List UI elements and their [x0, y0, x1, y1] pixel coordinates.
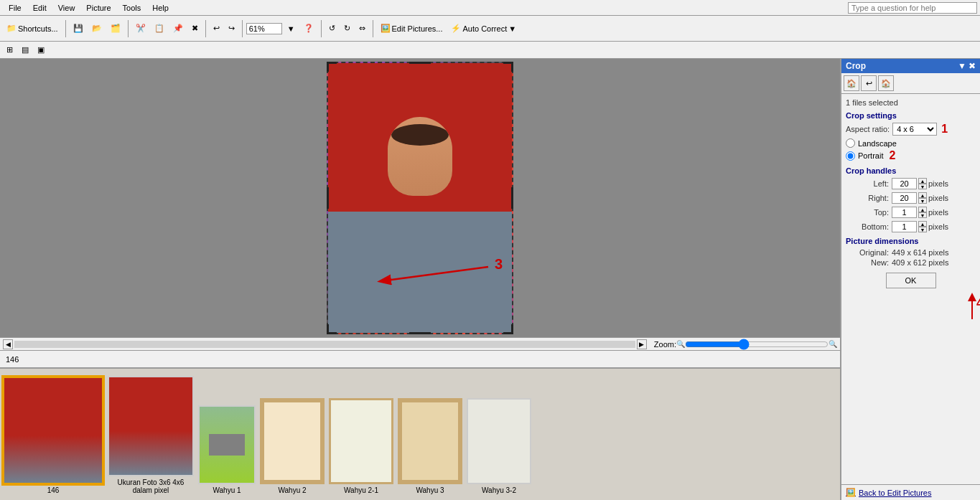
- redo-button[interactable]: ↪: [225, 22, 238, 35]
- portrait-radio[interactable]: [846, 151, 855, 161]
- edit-pictures-label: Edit Pictures...: [392, 24, 443, 33]
- back-to-edit-link[interactable]: 🖼️ Back to Edit Pictures: [841, 485, 980, 500]
- right-panel: Crop ▼ ✖ 🏠 ↩ 🏠 1 files selected Crop set…: [840, 59, 980, 500]
- single-view-button[interactable]: ▣: [34, 43, 48, 57]
- cut-button[interactable]: ✂️: [132, 22, 149, 35]
- portrait-option[interactable]: Portrait 2: [846, 149, 976, 162]
- browse-button[interactable]: 📂: [88, 22, 106, 35]
- aspect-ratio-label: Aspect ratio:: [846, 125, 890, 133]
- zoom-in-button[interactable]: 🔍: [829, 340, 837, 348]
- list-item[interactable]: Wahyu 2-1: [329, 398, 393, 494]
- list-item[interactable]: Wahyu 1: [198, 405, 256, 494]
- left-spin-down[interactable]: ▼: [918, 184, 927, 189]
- edit-pictures-button[interactable]: 🖼️ Edit Pictures...: [377, 22, 447, 35]
- original-label: Original:: [846, 248, 889, 257]
- menu-view[interactable]: View: [52, 2, 81, 14]
- scroll-track[interactable]: [14, 341, 635, 348]
- undo-button[interactable]: ↩: [210, 22, 223, 35]
- scroll-right-button[interactable]: ▶: [637, 339, 647, 349]
- list-item[interactable]: Ukuran Foto 3x6 4x6 dalam pixel: [108, 376, 194, 494]
- thumbnail-label: Wahyu 3-2: [482, 486, 516, 494]
- scroll-left-button[interactable]: ◀: [3, 339, 13, 349]
- left-label: Left:: [846, 179, 889, 188]
- panel-close-button[interactable]: ✖: [969, 61, 976, 71]
- list-item[interactable]: Wahyu 2: [260, 398, 325, 494]
- toolbar-separator-6: [373, 20, 373, 37]
- zoom-out-button[interactable]: 🔍: [676, 340, 685, 348]
- zoom-label: Zoom:: [654, 340, 676, 349]
- rotate-left-button[interactable]: ↺: [325, 22, 339, 35]
- thumbnail-image[interactable]: [398, 398, 462, 484]
- list-item[interactable]: Wahyu 3: [398, 398, 462, 494]
- list-item[interactable]: 146: [3, 377, 103, 494]
- filmstrip-view-button[interactable]: ▤: [18, 43, 32, 57]
- crop-handles-title: Crop handles: [846, 166, 976, 175]
- annotation-1-label: 1: [941, 123, 948, 136]
- help-button[interactable]: ❓: [300, 22, 317, 35]
- menu-edit[interactable]: Edit: [27, 2, 52, 14]
- left-input[interactable]: [892, 178, 917, 189]
- crop-handle-top-right[interactable]: [503, 62, 513, 72]
- landscape-option[interactable]: Landscape: [846, 138, 976, 148]
- panel-forward-icon-button[interactable]: 🏠: [878, 75, 894, 91]
- crop-settings-title: Crop settings: [846, 111, 976, 120]
- thumbnail-image[interactable]: [198, 405, 256, 484]
- left-value-container: ▲ ▼ pixels: [892, 178, 948, 189]
- right-spin-down[interactable]: ▼: [918, 198, 927, 204]
- save-button[interactable]: 💾: [70, 22, 87, 35]
- crop-handle-bottom-mid[interactable]: [409, 324, 431, 334]
- thumbnail-image[interactable]: [3, 377, 103, 484]
- menu-bar: File Edit View Picture Tools Help: [0, 0, 980, 16]
- paste-button[interactable]: 📌: [169, 22, 187, 35]
- crop-handle-top-left[interactable]: [327, 62, 337, 72]
- thumbnail-label: Wahyu 3: [416, 486, 444, 494]
- crop-handle-top-mid[interactable]: [409, 62, 431, 72]
- zoom-slider[interactable]: [685, 339, 829, 350]
- help-search-input[interactable]: [848, 2, 977, 14]
- bottom-spin-down[interactable]: ▼: [918, 227, 927, 232]
- panel-back-icon-button[interactable]: ↩: [861, 75, 877, 91]
- menu-picture[interactable]: Picture: [80, 2, 116, 14]
- copy-button[interactable]: 📋: [151, 22, 168, 35]
- landscape-radio[interactable]: [846, 138, 855, 148]
- crop-handle-bottom-right[interactable]: [503, 324, 513, 334]
- thumbnail-image[interactable]: [108, 376, 194, 476]
- right-input[interactable]: [892, 192, 917, 204]
- left-spin-up[interactable]: ▲: [918, 178, 927, 184]
- shortcuts-label: Shortcuts...: [18, 24, 58, 33]
- thumbnail-image[interactable]: [329, 398, 393, 484]
- thumbnail-view-icon: ⊞: [6, 45, 13, 55]
- image-area: 3 ◀ ▶ Zoom: 🔍 🔍 146 146: [0, 59, 840, 500]
- auto-correct-button[interactable]: ⚡ Auto Correct ▼: [447, 22, 520, 35]
- main-layout: 3 ◀ ▶ Zoom: 🔍 🔍 146 146: [0, 59, 980, 500]
- rotate-right-button[interactable]: ↻: [340, 22, 354, 35]
- crop-handle-mid-left[interactable]: [327, 187, 329, 209]
- crop-handle-bottom-left[interactable]: [327, 324, 337, 334]
- thumbnail-image[interactable]: [467, 398, 531, 484]
- portrait-label: Portrait: [858, 151, 883, 160]
- menu-help[interactable]: Help: [146, 2, 174, 14]
- bottom-input[interactable]: [892, 221, 917, 232]
- ok-button[interactable]: OK: [886, 273, 936, 288]
- bottom-spin-up[interactable]: ▲: [918, 221, 927, 227]
- thumbnail-image[interactable]: [260, 398, 325, 484]
- thumbnail-view-button[interactable]: ⊞: [3, 43, 17, 57]
- right-spin-up[interactable]: ▲: [918, 192, 927, 198]
- zoom-dropdown-button[interactable]: ▼: [284, 22, 299, 35]
- delete-button[interactable]: ✖: [188, 22, 202, 35]
- top-spin-down[interactable]: ▼: [918, 212, 927, 218]
- main-photo: [327, 62, 513, 334]
- crop-handle-mid-right[interactable]: [511, 187, 513, 209]
- folder-button[interactable]: 🗂️: [107, 22, 124, 35]
- top-spin-up[interactable]: ▲: [918, 207, 927, 212]
- top-input[interactable]: [892, 207, 917, 218]
- shortcuts-button[interactable]: 📁 Shortcuts...: [3, 22, 62, 35]
- panel-pin-button[interactable]: ▼: [958, 61, 966, 71]
- aspect-ratio-select[interactable]: 4 x 6 3 x 5 5 x 7 Custom: [892, 123, 937, 136]
- flip-button[interactable]: ⇔: [355, 22, 369, 35]
- new-dim-row: New: 409 x 612 pixels: [846, 258, 976, 267]
- menu-file[interactable]: File: [3, 2, 27, 14]
- menu-tools[interactable]: Tools: [117, 2, 147, 14]
- list-item[interactable]: Wahyu 3-2: [467, 398, 531, 494]
- panel-home-button[interactable]: 🏠: [844, 75, 859, 91]
